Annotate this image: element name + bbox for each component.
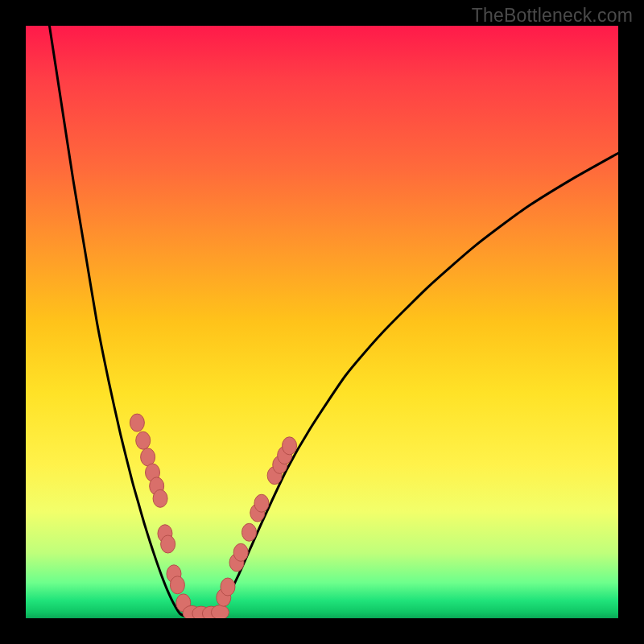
- data-marker: [283, 437, 297, 455]
- curve-path: [49, 26, 618, 618]
- data-marker: [153, 489, 167, 507]
- data-marker: [170, 576, 184, 594]
- chart-frame: TheBottleneck.com: [0, 0, 644, 644]
- bottleneck-curve: [49, 26, 618, 618]
- data-marker: [136, 431, 151, 449]
- data-marker: [161, 535, 175, 553]
- data-markers: [130, 414, 296, 618]
- data-marker: [130, 414, 144, 431]
- data-marker: [221, 578, 235, 596]
- data-marker: [242, 523, 256, 541]
- plot-area: [26, 26, 618, 618]
- data-marker: [254, 494, 269, 512]
- data-marker: [233, 543, 248, 561]
- watermark-text: TheBottleneck.com: [472, 5, 633, 27]
- chart-svg: [26, 26, 618, 618]
- data-marker: [211, 605, 229, 618]
